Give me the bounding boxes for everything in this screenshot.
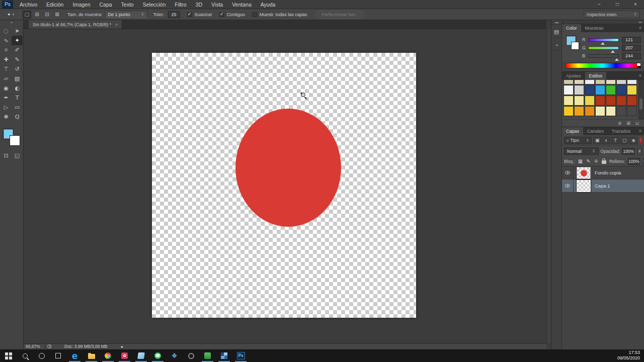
checkbox-icon[interactable] [219,12,224,17]
expand-dock-icon[interactable]: ◂◂ [551,20,561,25]
filter-adjustment-icon[interactable]: ◐ [602,137,610,144]
style-swatch[interactable] [606,80,616,84]
menu-item[interactable]: Filtro [170,0,191,9]
taskbar-button[interactable]: Ps [232,349,249,362]
style-swatch[interactable] [627,85,637,95]
style-swatch[interactable] [627,96,637,106]
tool-preset-picker[interactable]: ✦ ▾ [5,11,16,18]
new-style-icon[interactable]: ⊞ [626,120,630,126]
pen-tool-icon[interactable]: ✒ [1,93,12,103]
quick-mask-icon[interactable]: ⊡ [1,151,12,160]
menu-item[interactable]: Vista [207,0,227,9]
magic-wand-tool-icon[interactable]: ✦ [12,36,23,45]
style-swatch[interactable] [595,80,605,84]
visibility-toggle[interactable] [562,179,574,192]
hand-tool-icon[interactable]: ❋ [1,112,12,122]
intersect-selection-icon[interactable]: ⊠ [53,11,61,19]
channel-value-field[interactable]: 207 [622,45,641,51]
channel-value-field[interactable]: 121 [622,37,641,43]
tab-ajustes[interactable]: Ajustes [562,72,585,80]
history-panel-icon[interactable]: ▤ [551,27,561,38]
filter-type-icon[interactable]: T [611,137,619,144]
lasso-tool-icon[interactable]: ∿ [1,36,12,45]
menu-item[interactable]: Selección [138,0,171,9]
collapse-dock-icon[interactable]: ▸▸ [562,20,644,24]
style-swatch[interactable] [574,96,584,106]
tab-muestras[interactable]: Muestras [581,24,608,32]
style-swatch[interactable] [564,106,574,116]
layer-thumbnail[interactable] [577,180,591,192]
path-selection-tool-icon[interactable]: ▷ [1,103,12,112]
layer-filter-select[interactable]: ⌕ Tipo ⇕ [564,137,592,144]
status-options-arrow-icon[interactable]: ► [121,345,124,348]
delete-style-icon[interactable]: ⊔ [635,120,639,126]
layer-row[interactable]: Fondo copia [562,166,644,179]
canvas-area[interactable] [24,29,546,343]
taskbar-button[interactable] [50,349,66,362]
filter-pixel-icon[interactable]: ▣ [593,137,601,144]
style-swatch[interactable] [585,85,595,95]
tab-estilos[interactable]: Estilos [585,72,607,80]
taskbar-button[interactable] [133,349,149,362]
minimize-button[interactable]: − [594,1,605,8]
brush-tool-icon[interactable]: ✎ [12,55,23,64]
styles-scrollbar[interactable] [638,80,643,119]
style-swatch[interactable] [616,85,626,95]
clone-stamp-tool-icon[interactable]: ⊤ [1,64,12,74]
eyedropper-tool-icon[interactable]: ✐ [12,45,23,55]
subtract-selection-icon[interactable]: ⊟ [43,11,51,19]
background-color-swatch[interactable] [10,135,20,146]
menu-item[interactable]: 3D [191,0,207,9]
style-swatch[interactable] [564,85,574,95]
shape-tool-icon[interactable]: ▭ [12,103,23,112]
gradient-tool-icon[interactable]: ▧ [12,74,23,83]
menu-item[interactable]: Imagen [68,0,95,9]
eraser-tool-icon[interactable]: ▱ [1,74,12,83]
option-checkbox[interactable]: Suavizar [187,12,212,17]
add-selection-icon[interactable]: ⊞ [33,11,41,19]
checkbox-icon[interactable] [187,12,192,17]
restore-button[interactable]: □ [612,1,623,8]
menu-item[interactable]: Texto [117,0,138,9]
style-swatch[interactable] [627,80,637,84]
collapse-toolbar-icon[interactable]: ▪▪ [0,20,23,25]
panel-menu-icon[interactable]: ≡ [636,72,644,80]
taskbar-button[interactable] [83,349,100,362]
slider-thumb-icon[interactable] [611,50,615,53]
close-tab-icon[interactable]: × [115,22,118,27]
menu-item[interactable]: Archivo [15,0,42,9]
lock-all-icon[interactable] [602,160,606,164]
tab-trazados[interactable]: Trazados [608,127,634,135]
taskbar-button[interactable] [216,349,232,362]
style-swatch[interactable] [574,80,584,84]
taskbar-button[interactable] [0,349,17,362]
style-swatch[interactable] [606,96,616,106]
taskbar-button[interactable] [33,349,50,362]
sample-size-select[interactable]: De 1 punto ⇕ [105,11,147,18]
taskbar-button[interactable]: ☎ [149,349,166,362]
slider-thumb-icon[interactable] [601,42,605,45]
channel-slider[interactable] [588,46,619,50]
opacity-field[interactable]: 100% [622,148,635,155]
style-swatch[interactable] [616,106,626,116]
close-button[interactable]: × [630,1,641,8]
background-color-swatch[interactable] [571,42,579,50]
blend-mode-select[interactable]: Normal ⇕ [564,147,599,155]
style-swatch[interactable] [595,106,605,116]
menu-item[interactable]: Ayuda [256,0,280,9]
style-swatch[interactable] [585,80,595,84]
chevron-down-icon[interactable]: ▾ [637,148,642,155]
style-swatch[interactable] [595,96,605,106]
taskbar-button[interactable] [17,349,33,362]
style-swatch[interactable] [595,85,605,95]
filter-shape-icon[interactable]: ▢ [620,137,628,144]
filter-smart-object-icon[interactable]: ◈ [629,137,637,144]
option-checkbox[interactable]: Contiguo [219,12,245,17]
channel-slider[interactable] [588,38,619,42]
red-ellipse-shape[interactable] [235,109,341,227]
marquee-tool-icon[interactable]: ◌ [1,26,12,36]
taskbar-button[interactable]: ❖ [166,349,183,362]
type-tool-icon[interactable]: T [12,93,23,103]
checkbox-icon[interactable] [252,12,257,17]
style-swatch[interactable] [627,106,637,116]
